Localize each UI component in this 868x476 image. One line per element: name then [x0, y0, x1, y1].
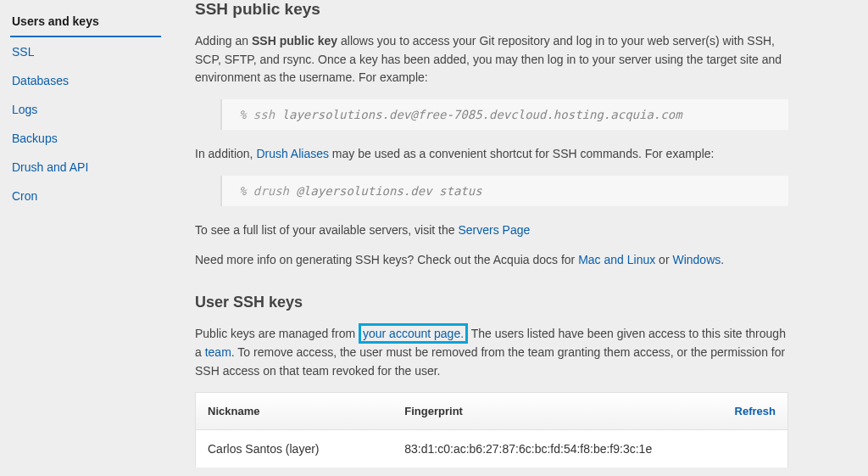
code-text: layersolutions.dev: [282, 108, 411, 121]
text: Need more info on generating SSH keys? C…: [195, 253, 578, 266]
code-text: % drush: [239, 184, 296, 198]
main-content: SSH public keys Adding an SSH public key…: [170, 0, 822, 476]
col-nickname: Nickname: [196, 393, 393, 430]
account-page-link[interactable]: your account page.: [363, 327, 464, 340]
text-bold: SSH public key: [252, 34, 337, 48]
mac-linux-link[interactable]: Mac and Linux: [578, 253, 655, 266]
section-heading-ssh-public-keys: SSH public keys: [195, 0, 788, 19]
section-heading-user-ssh-keys: User SSH keys: [195, 294, 788, 311]
sidebar-item-users-and-keys[interactable]: Users and keys: [10, 7, 161, 37]
code-text: @layersolutions.dev: [296, 184, 431, 198]
table-row: Carlos Santos (layer) 83:d1:c0:ac:b6:27:…: [196, 430, 788, 468]
ssh-keys-table: Nickname Fingerprint Refresh Carlos Sant…: [195, 392, 788, 468]
sidebar-item-drush-and-api[interactable]: Drush and API: [10, 153, 161, 182]
text: . To remove access, the user must be rem…: [195, 345, 785, 378]
user-keys-paragraph: Public keys are managed from your accoun…: [195, 325, 788, 380]
sidebar-item-ssl[interactable]: SSL: [10, 37, 161, 66]
col-fingerprint: Fingerprint: [392, 393, 613, 430]
text: Public keys are managed from: [195, 327, 359, 340]
refresh-link[interactable]: Refresh: [613, 393, 788, 430]
code-example-ssh: % ssh layersolutions.dev@free-7085.devcl…: [220, 99, 788, 130]
code-text: @free-7085.devcloud.hosting.acquia.com: [410, 108, 682, 121]
text: To see a full list of your available ser…: [195, 223, 458, 237]
docs-paragraph: Need more info on generating SSH keys? C…: [195, 251, 788, 270]
table-header-row: Nickname Fingerprint Refresh: [196, 393, 788, 430]
drush-intro-paragraph: In addition, Drush Aliases may be used a…: [195, 145, 788, 164]
drush-aliases-link[interactable]: Drush Aliases: [256, 147, 329, 160]
code-text: % ssh: [239, 108, 282, 121]
team-link[interactable]: team: [205, 345, 231, 359]
account-page-highlight: your account page.: [359, 323, 468, 344]
windows-link[interactable]: Windows: [672, 253, 721, 266]
code-text: status: [432, 184, 482, 198]
text: or: [655, 253, 672, 266]
text: .: [721, 253, 724, 266]
sidebar-item-logs[interactable]: Logs: [10, 95, 161, 124]
cell-nickname: Carlos Santos (layer): [196, 430, 393, 468]
sidebar-item-databases[interactable]: Databases: [10, 66, 161, 95]
code-example-drush: % drush @layersolutions.dev status: [220, 176, 788, 206]
text: Adding an: [195, 34, 252, 48]
text: In addition,: [195, 147, 256, 160]
sidebar-item-backups[interactable]: Backups: [10, 124, 161, 153]
sidebar: Users and keys SSL Databases Logs Backup…: [0, 0, 170, 476]
sidebar-item-cron[interactable]: Cron: [10, 182, 161, 210]
servers-paragraph: To see a full list of your available ser…: [195, 221, 788, 240]
ssh-intro-paragraph: Adding an SSH public key allows you to a…: [195, 32, 788, 87]
servers-page-link[interactable]: Servers Page: [458, 223, 530, 237]
text: may be used as a convenient shortcut for…: [329, 147, 714, 160]
cell-fingerprint: 83:d1:c0:ac:b6:27:87:6c:bc:fd:54:f8:be:f…: [392, 430, 787, 468]
